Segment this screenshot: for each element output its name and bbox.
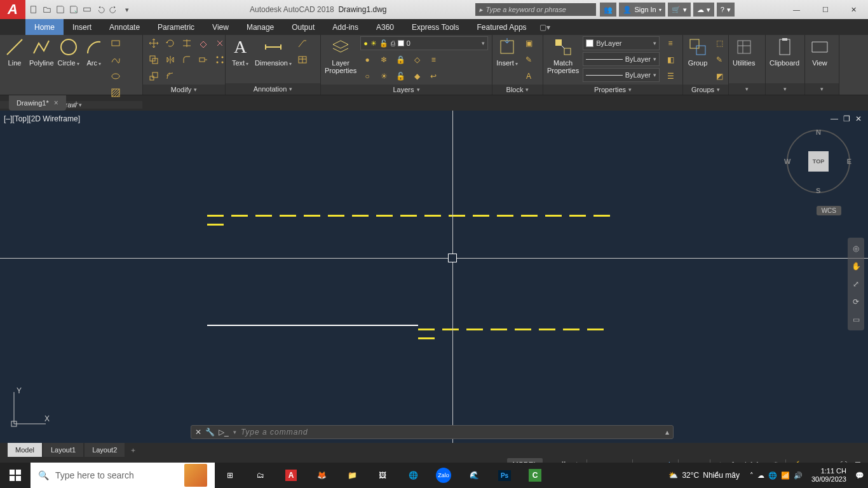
panel-annotation-title[interactable]: Annotation▾ [226,83,320,95]
qat-saveas-icon[interactable] [68,4,79,15]
nav-showmotion-icon[interactable]: ▭ [850,314,862,325]
line-button[interactable]: Line [4,36,25,67]
copy-icon[interactable] [147,53,161,67]
ellipse-icon[interactable] [109,69,123,83]
tab-annotate[interactable]: Annotate [100,19,149,35]
qat-new-icon[interactable] [28,4,39,15]
qat-save-icon[interactable] [55,4,66,15]
tab-output[interactable]: Output [283,19,323,35]
layer-off-icon[interactable]: ● [360,53,374,67]
ungroup-icon[interactable]: ⬚ [712,36,726,50]
weather-widget[interactable]: ⛅ 32°C Nhiều mây [662,471,746,480]
match-properties-button[interactable]: Match Properties [547,36,579,74]
explode-icon[interactable] [213,36,227,50]
group-select-icon[interactable]: ◩ [712,69,726,83]
close-tab-icon[interactable]: × [54,98,58,107]
tab-featured[interactable]: Featured Apps [468,19,536,35]
tab-manage[interactable]: Manage [238,19,283,35]
qat-plot-icon[interactable] [81,4,93,15]
nav-pan-icon[interactable]: ✋ [850,261,862,272]
viewport-label[interactable]: [–][Top][2D Wireframe] [4,114,80,123]
viewcube-south[interactable]: S [816,187,820,194]
minimize-button[interactable]: — [782,0,811,19]
panel-groups-title[interactable]: Groups▾ [683,85,728,95]
tray-language-icon[interactable]: 🌐 [768,471,777,480]
ribbon-extra-button[interactable]: ▢▾ [539,19,550,35]
app-icon[interactable]: A [0,0,25,19]
taskbar-app-photoshop-icon[interactable]: Ps [489,463,520,488]
nav-zoom-icon[interactable]: ⤢ [850,278,862,290]
spline-icon[interactable] [109,53,123,67]
panel-view-title[interactable]: ▾ [805,83,839,95]
new-drawing-tab-button[interactable]: ＋ [69,95,84,111]
fillet-icon[interactable] [180,53,194,67]
title-search-input[interactable]: ▸ Type a keyword or phrase [475,3,596,16]
offset-icon[interactable] [163,69,177,83]
tray-chevron-icon[interactable]: ˄ [750,471,754,480]
help-button[interactable]: ?▾ [717,3,735,17]
cmd-close-icon[interactable]: ✕ [195,428,201,437]
tab-insert[interactable]: Insert [64,19,100,35]
properties-palette-icon[interactable]: ≡ [663,36,677,50]
layer-thaw-icon[interactable]: ☀ [377,69,391,83]
list-icon[interactable]: ☰ [663,69,677,83]
panel-modify-title[interactable]: Modify▾ [143,85,225,95]
hatch-icon[interactable] [109,86,123,100]
taskbar-app-zalo-icon[interactable]: Zalo [428,463,459,488]
ucs-icon[interactable]: Y X [8,386,52,430]
text-button[interactable]: AText▾ [229,36,251,67]
tab-view[interactable]: View [203,19,238,35]
taskbar-app-camtasia-icon[interactable]: C [520,463,550,488]
layer-match-icon[interactable]: ≡ [426,53,440,67]
panel-block-title[interactable]: Block▾ [492,85,543,95]
nav-orbit-icon[interactable]: ⟳ [850,296,862,308]
insert-button[interactable]: Insert▾ [496,36,518,67]
linetype-combo[interactable]: ByLayer▾ [583,68,660,82]
infocenter-button[interactable]: 👥 [600,3,616,17]
vp-minimize-icon[interactable]: — [831,114,838,123]
viewcube-west[interactable]: W [784,158,790,165]
dimension-button[interactable]: Dimension▾ [255,36,292,67]
bylayer-icon[interactable]: ◧ [663,53,677,67]
tab-express[interactable]: Express Tools [403,19,468,35]
panel-utilities-title[interactable]: ▾ [729,83,765,95]
taskbar-app-firefox-icon[interactable]: 🦊 [306,463,337,488]
taskbar-app-chrome-icon[interactable]: 🌐 [398,463,428,488]
taskbar-app-autocad-icon[interactable]: A [276,463,306,488]
group-edit-icon[interactable]: ✎ [712,53,726,67]
qat-open-icon[interactable] [41,4,53,15]
cmd-history-icon[interactable]: ▴ [665,428,669,437]
viewcube[interactable]: TOP N E S W [787,130,850,193]
taskbar-app-explorer-icon[interactable]: 🗂 [245,463,276,488]
nav-wheel-icon[interactable]: ◎ [850,243,862,254]
arc-button[interactable]: Arc▾ [83,36,105,67]
circle-button[interactable]: Circle▾ [58,36,79,67]
drawing-tab[interactable]: Drawing1*× [9,95,66,111]
viewcube-north[interactable]: N [816,128,821,136]
leader-icon[interactable] [295,36,309,50]
layer-on-icon[interactable]: ○ [360,69,374,83]
taskbar-app-edge-icon[interactable]: 🌊 [459,463,489,488]
tray-onedrive-icon[interactable]: ☁ [757,471,764,480]
tab-home[interactable]: Home [25,19,64,35]
maximize-button[interactable]: ☐ [811,0,839,19]
layout-tab-2[interactable]: Layout2 [85,443,125,457]
vp-close-icon[interactable]: ✕ [855,114,862,123]
tab-addins[interactable]: Add-ins [323,19,367,35]
lineweight-combo[interactable]: ByLayer▾ [583,52,660,66]
add-layout-button[interactable]: ＋ [126,443,140,457]
layer-lock-icon[interactable]: 🔒 [393,53,407,67]
qat-redo-icon[interactable] [108,4,119,15]
tab-a360[interactable]: A360 [367,19,403,35]
rotate-icon[interactable] [163,36,177,50]
create-block-icon[interactable]: ▣ [522,36,536,50]
taskbar-app-photos-icon[interactable]: 🖼 [367,463,398,488]
scale-icon[interactable] [147,69,161,83]
group-button[interactable]: Group [687,36,709,67]
layer-prev-icon[interactable]: ↩ [426,69,440,83]
close-button[interactable]: ✕ [839,0,868,19]
layer-properties-button[interactable]: Layer Properties [325,36,356,74]
clipboard-button[interactable]: Clipboard [770,36,799,67]
tab-parametric[interactable]: Parametric [149,19,203,35]
panel-properties-title[interactable]: Properties▾ [543,85,682,95]
